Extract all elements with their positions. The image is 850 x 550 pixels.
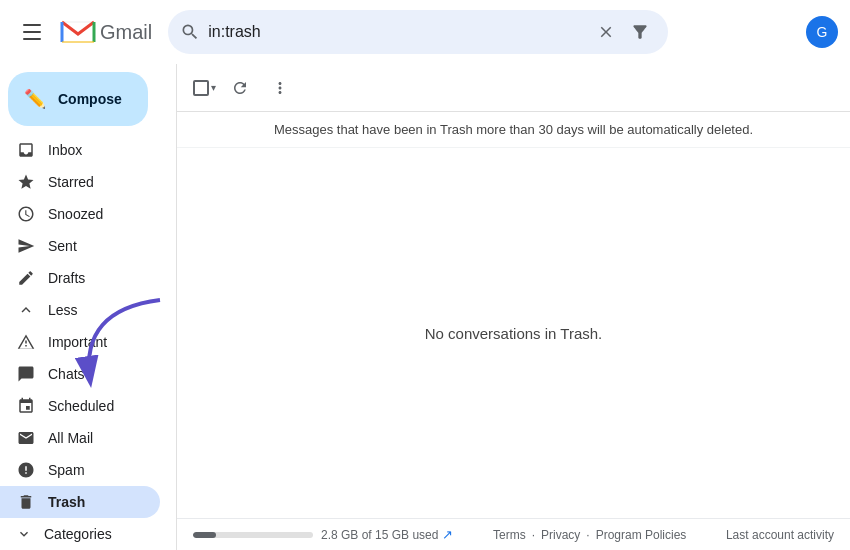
content-footer: 2.8 GB of 15 GB used ↗ Terms · Privacy ·… [177,518,850,550]
toolbar: ▾ [177,64,850,112]
sidebar-item-trash-label: Trash [48,494,148,510]
sidebar-item-starred-label: Starred [48,174,148,190]
clear-search-button[interactable] [596,22,616,42]
sidebar-item-inbox-label: Inbox [48,142,148,158]
clock-icon [16,204,36,224]
sidebar-item-starred[interactable]: Starred [0,166,160,198]
allmail-icon [16,428,36,448]
sidebar-item-sent[interactable]: Sent [0,230,160,262]
menu-button[interactable] [12,12,52,52]
sidebar-item-sent-label: Sent [48,238,148,254]
search-input-wrap[interactable] [168,10,668,54]
refresh-button[interactable] [224,72,256,104]
content-area: ▾ Messages that have been in Trash more … [176,64,850,550]
sidebar-item-snoozed-label: Snoozed [48,206,148,222]
select-all-checkbox[interactable] [193,80,209,96]
storage-info: 2.8 GB of 15 GB used ↗ [193,527,453,542]
sidebar-item-drafts-label: Drafts [48,270,148,286]
sidebar-item-chats[interactable]: Chats [0,358,160,390]
sidebar-item-scheduled[interactable]: Scheduled [0,390,160,422]
top-right-area: G [806,16,838,48]
hamburger-icon [23,24,41,40]
chevron-up-icon [16,300,36,320]
sidebar: ✏️ Compose Inbox Starred Snoozed [0,64,176,550]
last-account-activity: Last account activity [726,528,834,542]
search-input[interactable] [208,23,588,41]
sidebar-item-important[interactable]: Important [0,326,160,358]
scheduled-icon [16,396,36,416]
select-all-wrap[interactable]: ▾ [193,80,216,96]
empty-message: No conversations in Trash. [425,325,603,342]
program-policies-link[interactable]: Program Policies [596,528,687,542]
sidebar-item-less[interactable]: Less [0,294,160,326]
sidebar-item-allmail-label: All Mail [48,430,148,446]
send-icon [16,236,36,256]
sidebar-item-allmail[interactable]: All Mail [0,422,160,454]
draft-icon [16,268,36,288]
terms-link[interactable]: Terms [493,528,526,542]
storage-used-label: 2.8 GB of 15 GB used [321,528,438,542]
storage-text: 2.8 GB of 15 GB used ↗ [321,527,453,542]
trash-icon [16,492,36,512]
avatar[interactable]: G [806,16,838,48]
search-filter-button[interactable] [624,16,656,48]
trash-notice: Messages that have been in Trash more th… [177,112,850,148]
star-icon [16,172,36,192]
sidebar-item-trash[interactable]: Trash [0,486,160,518]
sidebar-item-less-label: Less [48,302,148,318]
sidebar-item-drafts[interactable]: Drafts [0,262,160,294]
gmail-logo-text: Gmail [100,21,152,44]
privacy-link[interactable]: Privacy [541,528,580,542]
more-options-button[interactable] [264,72,296,104]
footer-links: Terms · Privacy · Program Policies [493,528,686,542]
gmail-m-icon [60,18,96,46]
inbox-icon [16,140,36,160]
important-icon [16,332,36,352]
sidebar-item-inbox[interactable]: Inbox [0,134,160,166]
categories-header[interactable]: Categories [0,518,160,550]
compose-label: Compose [58,91,122,107]
sidebar-item-spam-label: Spam [48,462,148,478]
sidebar-item-chats-label: Chats [48,366,148,382]
search-icon [180,22,200,42]
select-dropdown-icon[interactable]: ▾ [211,82,216,93]
sidebar-item-spam[interactable]: Spam [0,454,160,486]
chevron-down-icon [16,526,32,542]
empty-state: No conversations in Trash. [177,148,850,518]
sidebar-item-snoozed[interactable]: Snoozed [0,198,160,230]
manage-storage-icon[interactable]: ↗ [442,527,453,542]
storage-bar-fill [193,532,216,538]
chat-icon [16,364,36,384]
storage-bar [193,532,313,538]
search-bar [168,10,668,54]
main-layout: ✏️ Compose Inbox Starred Snoozed [0,64,850,550]
compose-icon: ✏️ [24,88,46,110]
sidebar-item-scheduled-label: Scheduled [48,398,148,414]
sidebar-item-important-label: Important [48,334,148,350]
spam-icon [16,460,36,480]
gmail-logo: Gmail [60,18,152,46]
compose-button[interactable]: ✏️ Compose [8,72,148,126]
categories-label: Categories [44,526,112,542]
top-bar: Gmail G [0,0,850,64]
